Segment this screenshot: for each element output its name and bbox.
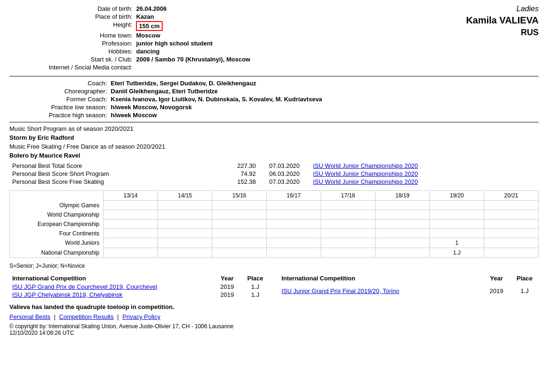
- season-row-label: Four Continents: [10, 229, 104, 238]
- pob-value: Kazan: [134, 13, 252, 21]
- season-row-label: Olympic Games: [10, 201, 104, 210]
- season-cell: [430, 219, 484, 229]
- season-cell: [484, 219, 539, 229]
- season-cell: [375, 248, 430, 258]
- season-cell: [321, 201, 375, 210]
- intl-row: ISU JGP Grand Prix de Courchevel 2019, C…: [9, 283, 270, 291]
- season-cell: [158, 229, 212, 238]
- hobbies-value: dancing: [134, 47, 252, 55]
- season-cell: [430, 201, 484, 210]
- personal-best-table: Personal Best Total Score 227.30 07.03.2…: [9, 162, 539, 186]
- pb-sp-score: 74.92: [221, 170, 259, 178]
- intl-left-year-header: Year: [213, 274, 241, 283]
- season-cell: 1: [430, 238, 484, 248]
- season-header-17/18: 17/18: [321, 191, 375, 201]
- season-row-label: World Juniors: [10, 238, 104, 248]
- season-cell: [430, 229, 484, 238]
- season-cell: [484, 201, 539, 210]
- season-cell: [484, 210, 539, 219]
- divider-1: [9, 76, 539, 76]
- practice-high-value: h/week Moscow: [109, 111, 324, 119]
- pb-sp-link[interactable]: ISU World Junior Championships 2020: [310, 170, 539, 178]
- seasons-empty-header: [10, 191, 104, 201]
- internet-label: Internet / Social Media contact:: [47, 63, 134, 71]
- season-row: Four Continents: [10, 229, 539, 238]
- season-header-20/21: 20/21: [484, 191, 539, 201]
- season-cell: [158, 210, 212, 219]
- season-header-16/17: 16/17: [267, 191, 321, 201]
- legend-text: S=Senior; J=Junior; N=Novice: [9, 263, 539, 269]
- privacy-policy-link[interactable]: Privacy Policy: [122, 313, 160, 320]
- season-cell: [212, 238, 267, 248]
- fs-music-title: Bolero by Maurice Ravel: [9, 152, 539, 159]
- sp-music-title: Storm by Eric Radford: [9, 134, 539, 141]
- timestamp-text: 12/10/2020 14:08:26 UTC: [9, 330, 539, 336]
- season-cell: [375, 201, 430, 210]
- pb-total-link[interactable]: ISU World Junior Championships 2020: [310, 162, 539, 170]
- season-cell: [158, 219, 212, 229]
- staff-table: Coach: Eteri Tutberidze, Sergei Dudakov,…: [47, 79, 324, 119]
- start-sk-value: 2009 / Sambo 70 (Khrustalnyi), Moscow: [134, 55, 252, 63]
- competition-results-link[interactable]: Competition Results: [59, 313, 113, 320]
- coach-label: Coach:: [47, 79, 109, 87]
- pb-fs-label: Personal Best Score Free Skating: [9, 178, 221, 186]
- athlete-note: Valieva has landed the quadruple toeloop…: [9, 303, 539, 310]
- pb-total-row: Personal Best Total Score 227.30 07.03.2…: [9, 162, 539, 170]
- personal-bests-link[interactable]: Personal Bests: [9, 313, 50, 320]
- intl-comp-place: 1.J: [241, 283, 270, 291]
- season-cell: [484, 248, 539, 258]
- practice-high-label: Practice high season:: [47, 111, 109, 119]
- pb-total-date: 07.03.2020: [259, 162, 310, 170]
- season-row-label: World Championship: [10, 210, 104, 219]
- intl-right-place-header: Place: [510, 274, 539, 283]
- choreo-value: Daniil Gleikhengauz, Eteri Tutberidze: [109, 87, 324, 95]
- season-row-label: National Championship: [10, 248, 104, 258]
- intl-comp-place: 1.J: [510, 283, 539, 299]
- intl-row: ISU Junior Grand Prix Final 2019/20, Tor…: [279, 283, 539, 299]
- season-cell: [158, 238, 212, 248]
- season-row: European Championship: [10, 219, 539, 229]
- internet-value: [134, 63, 252, 71]
- season-cell: [267, 201, 321, 210]
- season-cell: [375, 238, 430, 248]
- pb-fs-link[interactable]: ISU World Junior Championships 2020: [310, 178, 539, 186]
- intl-section: International Competition Year Place ISU…: [9, 274, 539, 299]
- season-cell: 1.J: [430, 248, 484, 258]
- start-sk-label: Start sk. / Club:: [47, 55, 134, 63]
- season-cell: [375, 229, 430, 238]
- season-cell: [212, 201, 267, 210]
- intl-table-left: International Competition Year Place ISU…: [9, 274, 270, 299]
- pb-fs-row: Personal Best Score Free Skating 152.38 …: [9, 178, 539, 186]
- intl-right-year-header: Year: [482, 274, 510, 283]
- pb-fs-date: 07.03.2020: [259, 178, 310, 186]
- season-cell: [267, 210, 321, 219]
- copyright-text: © copyright by: International Skating Un…: [9, 323, 539, 330]
- intl-left-comp-header: International Competition: [9, 274, 213, 283]
- intl-row: ISU JGP Chelyabinsk 2019, Chelyabinsk201…: [9, 291, 270, 299]
- fs-music-section: Music Free Skating / Free Dance as of se…: [9, 143, 539, 150]
- intl-left-place-header: Place: [241, 274, 270, 283]
- pb-total-label: Personal Best Total Score: [9, 162, 221, 170]
- season-row: World Juniors1: [10, 238, 539, 248]
- height-label: Height:: [47, 21, 134, 31]
- intl-comp-name[interactable]: ISU JGP Chelyabinsk 2019, Chelyabinsk: [9, 291, 213, 299]
- profession-value: junior high school student: [134, 39, 252, 47]
- intl-comp-name[interactable]: ISU Junior Grand Prix Final 2019/20, Tor…: [279, 283, 483, 299]
- height-value: 155 cm: [134, 21, 252, 31]
- intl-comp-year: 2019: [213, 283, 241, 291]
- season-cell: [104, 238, 158, 248]
- sp-music-label: Music Short Program as of season 2020/20…: [9, 125, 133, 132]
- season-cell: [484, 229, 539, 238]
- season-header-15/16: 15/16: [212, 191, 267, 201]
- athlete-name: Kamila VALIEVA: [445, 15, 539, 26]
- dob-label: Date of birth:: [47, 5, 134, 13]
- practice-low-label: Practice low season:: [47, 103, 109, 111]
- season-cell: [267, 238, 321, 248]
- dob-value: 26.04.2006: [134, 5, 252, 13]
- choreo-label: Choreographer:: [47, 87, 109, 95]
- intl-comp-name[interactable]: ISU JGP Grand Prix de Courchevel 2019, C…: [9, 283, 213, 291]
- sep-1: |: [54, 313, 55, 320]
- pb-total-score: 227.30: [221, 162, 259, 170]
- footer-links: Personal Bests | Competition Results | P…: [9, 313, 539, 320]
- season-header-19/20: 19/20: [430, 191, 484, 201]
